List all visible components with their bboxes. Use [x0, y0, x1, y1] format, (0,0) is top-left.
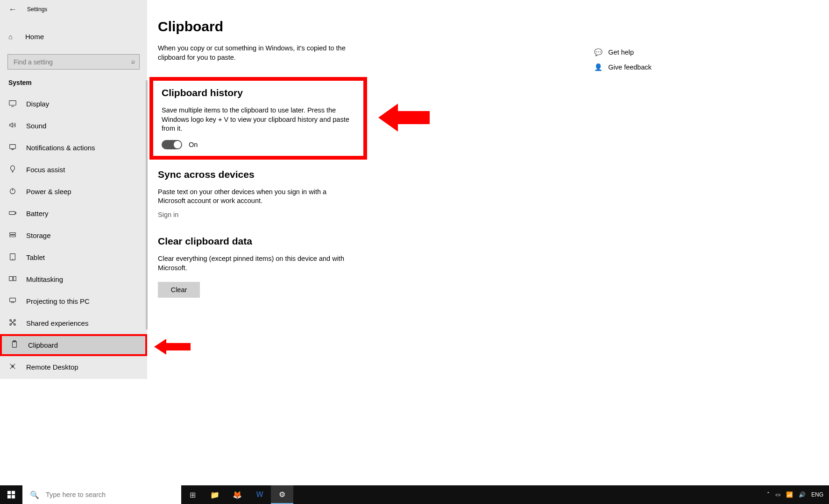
- svg-rect-21: [7, 491, 11, 494]
- clipboard-history-heading: Clipboard history: [162, 87, 359, 98]
- windows-icon: [7, 490, 15, 499]
- sync-heading: Sync across devices: [158, 169, 531, 180]
- svg-rect-7: [10, 233, 16, 235]
- svg-rect-22: [12, 491, 15, 494]
- remote-desktop-icon: [8, 362, 17, 372]
- taskbar-word[interactable]: W: [248, 485, 271, 504]
- home-button[interactable]: ⌂ Home: [0, 27, 147, 46]
- firefox-icon: 🦊: [233, 490, 242, 499]
- svg-rect-6: [15, 212, 16, 214]
- tablet-icon: [8, 252, 17, 262]
- taskbar-firefox[interactable]: 🦊: [226, 485, 248, 504]
- power-icon: [8, 187, 17, 196]
- tray-volume-icon[interactable]: 🔊: [799, 491, 806, 498]
- multitasking-icon: [8, 274, 17, 284]
- taskbar: 🔍 ⊞ 📁 🦊 W ⚙ ˄ ▭ 📶 🔊 ENG: [0, 485, 829, 504]
- sidebar-item-battery[interactable]: Battery: [0, 203, 147, 224]
- sync-section: Sync across devices Paste text on your o…: [158, 169, 531, 219]
- taskbar-search-input[interactable]: [46, 491, 167, 498]
- sidebar-item-label: Display: [26, 100, 49, 108]
- sidebar-item-clipboard[interactable]: Clipboard: [0, 334, 147, 356]
- sidebar-item-focus-assist[interactable]: Focus assist: [0, 159, 147, 181]
- clipboard-history-toggle[interactable]: [162, 140, 182, 149]
- sidebar-item-tablet[interactable]: Tablet: [0, 246, 147, 268]
- give-feedback-label: Give feedback: [608, 63, 652, 71]
- window-title: Settings: [27, 6, 47, 13]
- back-icon[interactable]: ←: [8, 5, 17, 14]
- clipboard-history-section: Clipboard history Save multiple items to…: [149, 77, 367, 160]
- clear-button[interactable]: Clear: [158, 282, 200, 298]
- svg-rect-0: [9, 101, 16, 105]
- sidebar-item-sound[interactable]: Sound: [0, 115, 147, 137]
- annotation-arrow-small: [154, 339, 191, 355]
- sidebar-item-shared-experiences[interactable]: Shared experiences: [0, 312, 147, 334]
- projecting-icon: [8, 296, 17, 306]
- clipboard-icon: [10, 340, 19, 350]
- svg-rect-23: [7, 495, 11, 498]
- page-title: Clipboard: [158, 19, 531, 35]
- page-intro: When you copy or cut something in Window…: [158, 44, 349, 62]
- shared-exp-icon: [8, 318, 17, 328]
- sidebar-item-display[interactable]: Display: [0, 93, 147, 115]
- taskbar-settings[interactable]: ⚙: [271, 485, 293, 504]
- svg-rect-11: [9, 277, 13, 281]
- search-icon: 🔍: [30, 490, 39, 499]
- sidebar-item-projecting[interactable]: Projecting to this PC: [0, 290, 147, 312]
- taskbar-search[interactable]: 🔍: [22, 485, 181, 504]
- battery-icon: [8, 209, 17, 218]
- sync-desc: Paste text on your other devices when yo…: [158, 188, 349, 206]
- feedback-icon: 👤: [594, 63, 602, 71]
- taskbar-file-explorer[interactable]: 📁: [204, 485, 226, 504]
- svg-rect-24: [12, 495, 15, 498]
- settings-sidebar: ← Settings ⌂ Home ⌕ System Display Sound…: [0, 0, 147, 379]
- annotation-arrow-large: [378, 104, 430, 132]
- sidebar-item-label: Projecting to this PC: [26, 297, 90, 305]
- sidebar-item-power-sleep[interactable]: Power & sleep: [0, 181, 147, 203]
- sidebar-scrollbar[interactable]: [146, 80, 148, 329]
- give-feedback-link[interactable]: 👤 Give feedback: [594, 60, 652, 75]
- sidebar-item-multitasking[interactable]: Multitasking: [0, 268, 147, 290]
- search-input[interactable]: [7, 54, 140, 70]
- clipboard-history-toggle-label: On: [189, 141, 198, 148]
- sidebar-item-notifications[interactable]: Notifications & actions: [0, 137, 147, 159]
- category-heading: System: [0, 70, 147, 90]
- sidebar-item-label: Power & sleep: [26, 188, 71, 196]
- start-button[interactable]: [0, 485, 22, 504]
- get-help-link[interactable]: 💬 Get help: [594, 45, 652, 60]
- display-icon: [8, 99, 17, 109]
- focus-assist-icon: [8, 165, 17, 175]
- clear-desc: Clear everything (except pinned items) o…: [158, 254, 349, 273]
- svg-rect-8: [10, 235, 16, 237]
- sidebar-item-label: Notifications & actions: [26, 144, 95, 152]
- main-content: Clipboard When you copy or cut something…: [158, 19, 531, 298]
- sidebar-item-label: Shared experiences: [26, 319, 88, 327]
- tray-language[interactable]: ENG: [811, 491, 823, 498]
- nav-list: Display Sound Notifications & actions Fo…: [0, 93, 147, 378]
- clear-heading: Clear clipboard data: [158, 236, 531, 247]
- word-icon: W: [256, 490, 263, 499]
- home-label: Home: [25, 33, 44, 41]
- sidebar-item-label: Focus assist: [26, 166, 65, 174]
- svg-rect-13: [10, 298, 16, 302]
- clipboard-history-desc: Save multiple items to the clipboard to …: [162, 106, 358, 133]
- sidebar-item-storage[interactable]: Storage: [0, 224, 147, 246]
- folder-icon: 📁: [210, 490, 220, 499]
- tray-chevron-up-icon[interactable]: ˄: [767, 491, 770, 498]
- sound-icon: [8, 121, 17, 131]
- task-view-icon: ⊞: [190, 490, 196, 499]
- notifications-icon: [8, 143, 17, 153]
- sidebar-item-remote-desktop[interactable]: Remote Desktop: [0, 356, 147, 378]
- taskbar-tray: ˄ ▭ 📶 🔊 ENG: [767, 491, 829, 498]
- taskbar-task-view[interactable]: ⊞: [181, 485, 204, 504]
- search-container: ⌕: [7, 54, 140, 70]
- svg-rect-12: [14, 277, 16, 281]
- svg-rect-5: [9, 211, 15, 214]
- sidebar-item-label: Sound: [26, 122, 46, 130]
- sidebar-item-label: Battery: [26, 210, 49, 217]
- home-icon: ⌂: [8, 33, 16, 41]
- tray-battery-icon[interactable]: ▭: [775, 491, 780, 498]
- sign-in-link[interactable]: Sign in: [158, 211, 178, 218]
- tray-wifi-icon[interactable]: 📶: [786, 491, 793, 498]
- help-icon: 💬: [594, 49, 602, 56]
- svg-rect-2: [10, 145, 16, 149]
